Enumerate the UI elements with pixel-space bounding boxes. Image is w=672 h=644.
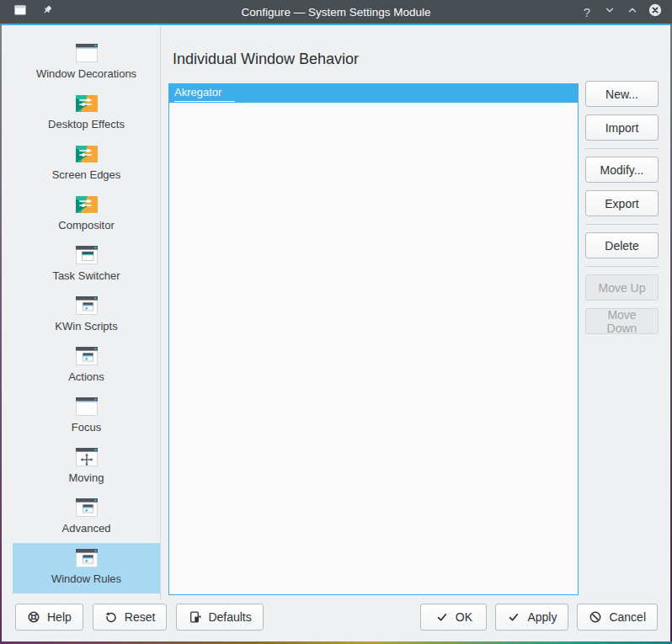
help-button[interactable]: Help — [15, 604, 83, 631]
window-menu-button[interactable] — [12, 3, 29, 20]
move-down-button: Move Down — [585, 308, 659, 334]
button-label: OK — [456, 610, 472, 624]
footer-right-buttons: OKApply Cancel — [420, 604, 658, 631]
kwin-scripts-icon — [73, 292, 100, 319]
import-button[interactable]: Import — [585, 114, 659, 141]
window-edge-left — [0, 24, 2, 644]
cancel-button[interactable]: Cancel — [577, 604, 658, 631]
focus-icon — [73, 393, 100, 420]
sidebar-item-label: Advanced — [62, 522, 111, 535]
sidebar-item-label: KWin Scripts — [55, 320, 117, 333]
button-label: Export — [605, 197, 638, 210]
button-label: Import — [605, 121, 639, 135]
move-up-button: Move Up — [585, 274, 659, 301]
sidebar-item-label: Task Switcher — [52, 269, 120, 282]
sidebar-separator — [160, 25, 161, 599]
sidebar-item-kwin-scripts[interactable]: KWin Scripts — [13, 290, 160, 341]
button-label: Cancel — [609, 610, 646, 624]
sidebar: Window Decorations Desktop Effects Scree… — [0, 25, 160, 599]
sidebar-item-label: Compositor — [58, 219, 114, 232]
chevron-down-icon — [603, 3, 616, 20]
close-button[interactable] — [647, 3, 664, 20]
titlebar: Configure — System Settings Module ? — [0, 0, 672, 24]
actions-icon — [73, 343, 100, 370]
minimize-button[interactable] — [601, 3, 618, 20]
delete-button[interactable]: Delete — [585, 232, 659, 258]
sidebar-item-window-rules[interactable]: Window Rules — [13, 543, 160, 593]
sidebar-item-compositor[interactable]: Compositor — [13, 189, 160, 240]
pin-icon — [40, 3, 54, 20]
chevron-up-icon — [626, 3, 639, 20]
defaults-icon — [188, 610, 201, 624]
button-label: Help — [47, 610, 72, 624]
export-button[interactable]: Export — [585, 190, 659, 216]
reset-icon — [104, 610, 118, 624]
button-label: Defaults — [208, 610, 251, 624]
sidebar-item-advanced[interactable]: Advanced — [13, 492, 160, 543]
sidebar-item-label: Window Rules — [51, 572, 121, 585]
sidebar-item-moving[interactable]: Moving — [13, 442, 160, 492]
keep-above-pin-button[interactable] — [39, 3, 56, 20]
action-separator — [585, 266, 659, 267]
sidebar-item-screen-edges[interactable]: Screen Edges — [13, 139, 160, 189]
settings-window: Configure — System Settings Module ? Win… — [0, 0, 672, 644]
apply-button[interactable]: Apply — [495, 604, 568, 631]
close-icon — [648, 3, 662, 20]
button-label: New... — [605, 88, 638, 101]
help-icon: ? — [584, 5, 590, 19]
sidebar-item-task-switcher[interactable]: Task Switcher — [13, 240, 160, 290]
modify-button[interactable]: Modify... — [585, 157, 659, 183]
task-switcher-icon — [73, 242, 100, 269]
sidebar-item-actions[interactable]: Actions — [13, 341, 160, 391]
sidebar-item-label: Screen Edges — [52, 168, 121, 181]
sidebar-item-label: Moving — [69, 471, 104, 484]
button-label: Modify... — [600, 163, 644, 177]
sidebar-item-desktop-effects[interactable]: Desktop Effects — [13, 88, 160, 139]
window-rules-icon — [73, 545, 100, 572]
footer-left-buttons: Help Reset Defaults — [15, 604, 264, 631]
sidebar-item-window-decorations[interactable]: Window Decorations — [13, 38, 160, 88]
page-title: Individual Window Behavior — [173, 51, 359, 68]
titlebar-right-buttons: ? — [579, 0, 664, 24]
context-help-button[interactable]: ? — [579, 3, 595, 20]
window-title: Configure — System Settings Module — [0, 0, 672, 24]
list-item-akregator[interactable]: Akregator — [169, 84, 578, 103]
button-label: Apply — [527, 610, 557, 624]
reset-button[interactable]: Reset — [93, 604, 168, 631]
action-separator — [585, 224, 659, 225]
button-label: Reset — [125, 610, 156, 624]
new-button[interactable]: New... — [585, 81, 659, 107]
app-window-icon — [13, 3, 27, 20]
desktop-effects-icon — [73, 90, 100, 117]
window-decorations-icon — [73, 40, 100, 67]
defaults-button[interactable]: Defaults — [176, 604, 263, 631]
help-ring-icon — [27, 610, 40, 624]
sidebar-item-label: Window Decorations — [36, 67, 136, 80]
check-icon — [507, 610, 520, 624]
sidebar-item-label: Focus — [72, 421, 101, 434]
button-label: Move Up — [598, 281, 645, 295]
sidebar-item-focus[interactable]: Focus — [13, 391, 160, 442]
maximize-button[interactable] — [624, 3, 641, 20]
list-item-label: Akregator — [174, 86, 235, 102]
compositor-icon — [73, 191, 100, 218]
sidebar-item-label: Actions — [68, 370, 104, 383]
moving-icon — [73, 444, 100, 471]
sidebar-item-label: Desktop Effects — [48, 118, 125, 130]
ok-button[interactable]: OK — [420, 604, 487, 631]
titlebar-left-icons — [12, 0, 56, 24]
advanced-icon — [73, 494, 100, 521]
window-rules-list[interactable]: Akregator — [168, 83, 579, 595]
button-label: Move Down — [591, 308, 653, 335]
check-icon — [435, 610, 449, 624]
screen-edges-icon — [73, 141, 100, 168]
cancel-icon — [589, 610, 602, 624]
button-label: Delete — [605, 239, 638, 253]
action-separator — [585, 148, 659, 149]
